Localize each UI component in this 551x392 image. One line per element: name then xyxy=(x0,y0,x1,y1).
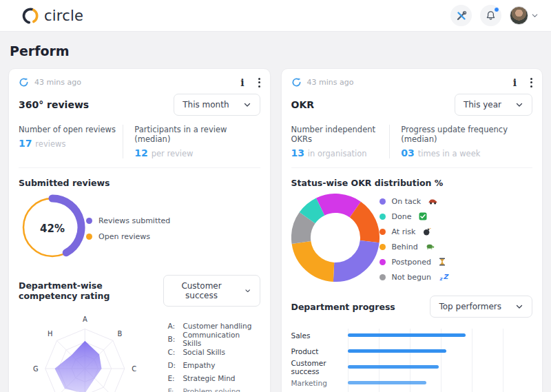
competency-item: F:Problem solving xyxy=(167,384,260,392)
legend-item: Reviews submitted xyxy=(86,213,170,229)
okr-legend: On tackDoneAt riskBehindPostponedNot beg… xyxy=(380,194,449,285)
brand-name: circle xyxy=(44,8,83,24)
racing-car-icon xyxy=(428,198,437,205)
bar xyxy=(348,349,446,353)
tools-icon xyxy=(456,10,467,21)
brand-logo-icon xyxy=(22,7,40,25)
legend-dot xyxy=(380,259,386,265)
bar-row: Marketing xyxy=(291,375,533,391)
notification-dot xyxy=(494,7,499,12)
submitted-reviews-title: Submitted reviews xyxy=(19,178,260,188)
radar-axis-label: A xyxy=(83,316,87,323)
legend-item: Open reviews xyxy=(86,229,170,245)
last-updated: 43 mins ago xyxy=(34,78,81,87)
radar-axis-label: G xyxy=(33,365,39,373)
department-progress-title: Department progress xyxy=(291,302,395,312)
stat-okr-count: Number independent OKRs 13 in organisati… xyxy=(291,125,390,158)
department-select[interactable]: Customer success xyxy=(163,275,260,307)
divider xyxy=(389,125,390,158)
bar-row: Customer success xyxy=(291,359,533,375)
avatar xyxy=(510,6,528,25)
refresh-button[interactable] xyxy=(19,77,29,87)
period-select[interactable]: This year xyxy=(455,94,532,116)
refresh-icon xyxy=(291,77,302,87)
radar-axis-label: B xyxy=(117,330,122,338)
donut-center-value: 42% xyxy=(19,194,86,264)
department-progress-chart: SalesProductCustomer successMarketingCli… xyxy=(291,327,533,392)
svg-text:Z: Z xyxy=(443,273,449,280)
legend-item: Behind xyxy=(380,239,449,254)
card-title: OKR xyxy=(291,99,315,110)
bar-row: Sales xyxy=(291,327,533,343)
brand-logo[interactable]: circle xyxy=(22,7,83,25)
bar xyxy=(348,333,466,337)
radar-axis-label: H xyxy=(48,330,52,338)
period-value: This year xyxy=(464,100,501,110)
refresh-icon xyxy=(19,77,29,87)
card-title: 360° reviews xyxy=(19,99,89,110)
svg-text:z: z xyxy=(439,276,443,282)
last-updated: 43 mins ago xyxy=(307,78,354,87)
period-value: This month xyxy=(183,100,229,110)
stat-update-frequency: Progress update frequency (median) 03 ti… xyxy=(401,125,532,158)
legend-dot xyxy=(86,218,92,224)
competency-legend: A:Customer handlingB:Communication Skill… xyxy=(167,319,260,392)
legend-dot xyxy=(380,274,386,280)
okr-distribution-title: Status-wise OKR distribution % xyxy=(291,178,533,188)
stat-participants: Participants in a review (median) 12 per… xyxy=(134,125,260,158)
period-select[interactable]: This month xyxy=(174,94,260,116)
performers-value: Top performers xyxy=(439,302,501,311)
bar-label: Product xyxy=(291,347,348,355)
chevron-down-icon xyxy=(243,101,251,109)
legend-dot xyxy=(380,229,386,235)
legend-dot xyxy=(380,198,386,205)
notifications-button[interactable] xyxy=(480,5,501,26)
competency-item: C:Social Skills xyxy=(167,345,260,358)
okr-donut-chart xyxy=(291,194,380,285)
chevron-down-icon xyxy=(515,302,523,311)
check-icon xyxy=(419,212,427,220)
more-options-button[interactable] xyxy=(530,78,532,87)
legend-item: On tack xyxy=(380,194,449,209)
refresh-button[interactable] xyxy=(291,77,302,87)
more-options-button[interactable] xyxy=(258,78,260,87)
page-title: Perform xyxy=(0,43,551,59)
competency-item: D:Empathy xyxy=(167,358,260,371)
legend-dot xyxy=(380,244,386,250)
reviews-legend: Reviews submittedOpen reviews xyxy=(86,213,170,245)
divider xyxy=(123,125,123,158)
legend-item: Not begunzZ xyxy=(380,269,449,285)
competency-item: B:Communication Skills xyxy=(167,332,260,345)
okr-card: 43 mins ago i OKR This year Number indep… xyxy=(281,68,543,392)
bar-row: Product xyxy=(291,343,533,359)
app-header: circle xyxy=(0,0,551,32)
zzz-icon: zZ xyxy=(439,273,449,281)
legend-item: Done xyxy=(380,209,449,224)
radar-axis-label: C xyxy=(132,365,136,373)
stat-open-reviews: Number of open reviews 17 reviews xyxy=(19,125,123,158)
competency-rating-title: Department-wise competency rating xyxy=(19,280,163,301)
reviews-donut-chart: 42% xyxy=(19,194,86,264)
bar-label: Marketing xyxy=(291,379,348,387)
info-button[interactable]: i xyxy=(512,78,518,87)
hourglass-icon xyxy=(439,258,446,266)
chevron-down-icon xyxy=(531,12,539,19)
info-button[interactable]: i xyxy=(239,78,245,87)
bar-label: Customer success xyxy=(291,359,348,375)
chevron-down-icon xyxy=(515,101,523,109)
bar xyxy=(348,365,439,369)
bar xyxy=(348,381,427,384)
tools-button[interactable] xyxy=(450,5,472,26)
user-menu[interactable] xyxy=(510,6,539,25)
competency-item: E:Strategic Mind xyxy=(167,371,260,384)
bar-label: Sales xyxy=(291,331,348,340)
turtle-icon xyxy=(426,243,435,250)
legend-item: At risk xyxy=(380,224,449,239)
bomb-icon xyxy=(423,227,431,236)
radar-chart: ABCDEFGH xyxy=(19,309,165,392)
legend-dot xyxy=(380,214,386,220)
performers-select[interactable]: Top performers xyxy=(430,296,532,318)
chevron-down-icon xyxy=(245,287,251,295)
reviews-card: 43 mins ago i 360° reviews This month Nu… xyxy=(8,68,271,392)
legend-item: Postponed xyxy=(380,254,449,269)
